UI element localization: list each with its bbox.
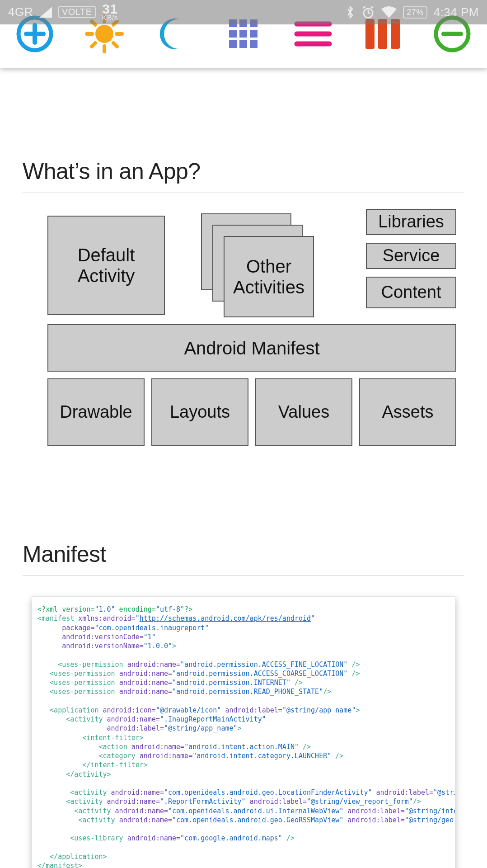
signal-icon: [39, 7, 52, 18]
svg-rect-24: [229, 40, 237, 48]
statusbar-left: 4GR VOLTE 31 KB/s: [8, 3, 118, 21]
svg-line-15: [113, 43, 117, 47]
box-drawable: Drawable: [47, 378, 145, 446]
svg-rect-26: [250, 40, 258, 48]
battery-indicator: 27%: [403, 6, 427, 19]
box-other-activities: Other Activities: [224, 236, 314, 317]
statusbar-right: 27% 4:34 PM: [345, 5, 479, 19]
speed-indicator: 31 KB/s: [102, 3, 118, 21]
box-default-activity: Default Activity: [47, 216, 165, 315]
section-title-app: What’s in an App?: [23, 158, 464, 193]
svg-line-16: [92, 43, 95, 47]
svg-point-9: [95, 25, 113, 43]
section-title-manifest: Manifest: [23, 541, 464, 576]
box-assets: Assets: [359, 378, 456, 446]
box-content: Content: [366, 277, 456, 308]
clock: 4:34 PM: [434, 5, 479, 19]
box-values: Values: [255, 378, 352, 446]
app-diagram: Default Activity Other Activities Librar…: [32, 216, 455, 451]
svg-line-5: [371, 6, 373, 8]
box-android-manifest: Android Manifest: [47, 324, 456, 372]
network-label: 4GR: [8, 5, 33, 19]
svg-rect-23: [250, 30, 258, 38]
speed-unit: KB/s: [102, 15, 118, 21]
box-service: Service: [366, 243, 456, 269]
manifest-code-block: <?xml version="1.0" encoding="utf-8"?> <…: [32, 596, 455, 868]
svg-line-4: [363, 6, 365, 8]
bluetooth-icon: [345, 5, 355, 19]
speed-value: 31: [102, 3, 117, 15]
wifi-icon: [381, 6, 397, 18]
alarm-icon: [361, 5, 375, 19]
svg-marker-0: [39, 7, 52, 18]
volte-badge: VOLTE: [58, 6, 96, 18]
svg-rect-25: [239, 40, 247, 48]
android-statusbar: 4GR VOLTE 31 KB/s 27% 4:34 PM: [0, 0, 487, 24]
box-layouts: Layouts: [151, 378, 248, 446]
svg-rect-21: [229, 30, 237, 38]
page-content: What’s in an App? Default Activity Other…: [0, 158, 487, 868]
box-libraries: Libraries: [366, 209, 456, 235]
svg-rect-22: [239, 30, 247, 38]
